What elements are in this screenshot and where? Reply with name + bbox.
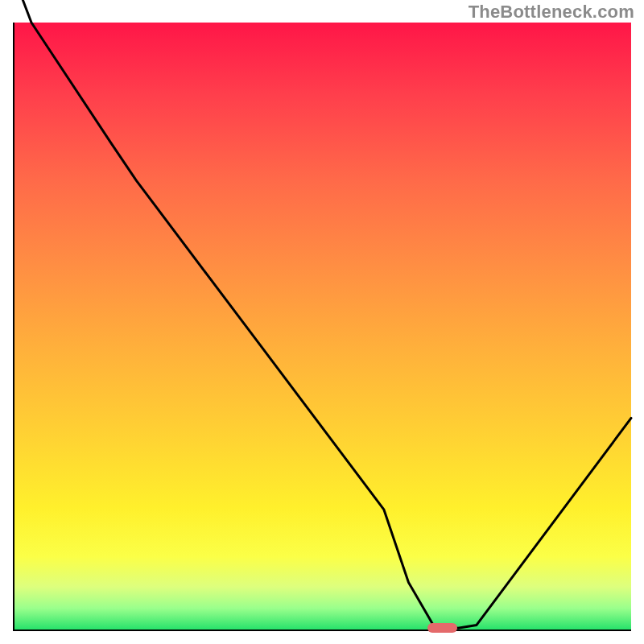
curve-svg — [13, 23, 631, 631]
watermark-text: TheBottleneck.com — [469, 2, 634, 23]
bottleneck-chart: TheBottleneck.com — [0, 0, 644, 644]
bottleneck-curve-path — [13, 0, 631, 628]
bottleneck-marker — [427, 623, 457, 633]
